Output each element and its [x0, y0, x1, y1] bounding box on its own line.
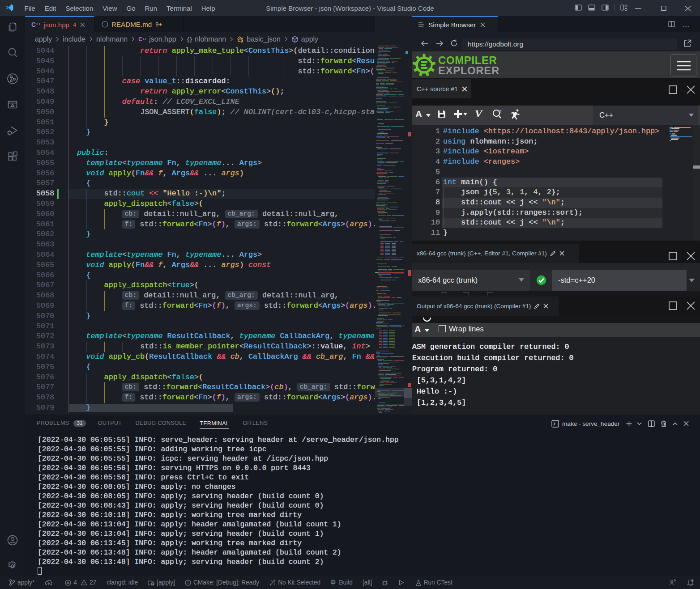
svg-text:V: V	[475, 109, 483, 119]
